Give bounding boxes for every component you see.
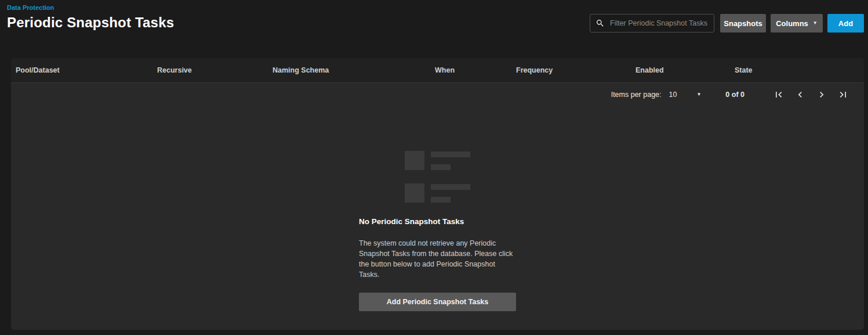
columns-button-label: Columns	[776, 19, 808, 28]
next-page-button[interactable]	[811, 83, 832, 106]
page-range-label: 0 of 0	[725, 91, 744, 99]
table-header-row: Pool/Dataset Recursive Naming Schema Whe…	[11, 58, 864, 83]
skeleton-line	[431, 152, 470, 157]
table-body-empty-area: No Periodic Snapshot Tasks The system co…	[11, 151, 864, 330]
chevron-down-icon: ▼	[813, 21, 818, 26]
chevron-down-icon: ▼	[696, 92, 701, 97]
skeleton-square-block	[405, 151, 424, 170]
column-header-naming-schema[interactable]: Naming Schema	[268, 66, 430, 74]
column-header-enabled[interactable]: Enabled	[631, 66, 730, 74]
skeleton-line	[431, 197, 451, 203]
column-header-recursive[interactable]: Recursive	[152, 66, 268, 74]
items-per-page-value: 10	[669, 91, 677, 99]
previous-page-button[interactable]	[789, 83, 811, 106]
page-header: Data Protection Periodic Snapshot Tasks …	[0, 0, 868, 49]
skeleton-row	[405, 183, 470, 203]
search-icon	[595, 19, 605, 28]
last-page-icon	[837, 89, 849, 100]
chevron-right-icon	[816, 89, 827, 100]
items-per-page-label: Items per page:	[611, 91, 662, 99]
last-page-button[interactable]	[832, 83, 854, 106]
skeleton-line	[431, 164, 451, 170]
page-title: Periodic Snapshot Tasks	[7, 15, 174, 31]
first-page-icon	[773, 89, 785, 100]
skeleton-line	[431, 184, 470, 190]
empty-state-title: No Periodic Snapshot Tasks	[359, 217, 516, 226]
chevron-left-icon	[794, 89, 806, 100]
skeleton-square-block	[405, 183, 424, 203]
column-header-when[interactable]: When	[430, 66, 511, 74]
columns-button[interactable]: Columns ▼	[771, 14, 823, 33]
filter-input[interactable]	[609, 19, 709, 28]
skeleton-row	[405, 151, 470, 170]
items-per-page-select[interactable]: 10 ▼	[669, 91, 702, 99]
first-page-button[interactable]	[768, 83, 789, 106]
filter-input-wrapper	[590, 14, 714, 33]
column-header-pool-dataset[interactable]: Pool/Dataset	[11, 66, 152, 74]
column-header-state[interactable]: State	[730, 66, 864, 74]
paginator: Items per page: 10 ▼ 0 of 0	[11, 83, 864, 106]
breadcrumb-data-protection[interactable]: Data Protection	[7, 4, 54, 11]
add-periodic-snapshot-tasks-button[interactable]: Add Periodic Snapshot Tasks	[359, 293, 516, 311]
empty-table-skeleton-graphic	[405, 151, 470, 203]
periodic-snapshot-tasks-page: Data Protection Periodic Snapshot Tasks …	[0, 0, 868, 49]
snapshots-button[interactable]: Snapshots	[720, 14, 766, 33]
empty-state-message: The system could not retrieve any Period…	[359, 238, 516, 280]
tasks-table-card: Pool/Dataset Recursive Naming Schema Whe…	[11, 58, 864, 330]
column-header-frequency[interactable]: Frequency	[511, 66, 631, 74]
add-button[interactable]: Add	[827, 14, 864, 33]
toolbar: Snapshots Columns ▼ Add	[590, 14, 864, 33]
empty-state: No Periodic Snapshot Tasks The system co…	[359, 151, 516, 311]
